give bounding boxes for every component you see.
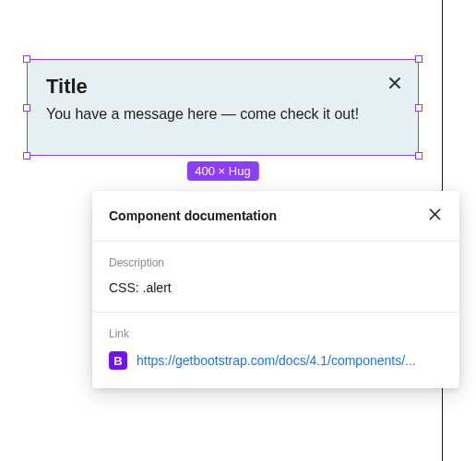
link-row: B https://getbootstrap.com/docs/4.1/comp…	[109, 351, 443, 370]
alert-message: You have a message here — come check it …	[46, 104, 399, 124]
alert-title: Title	[46, 75, 399, 99]
panel-header: Component documentation	[92, 191, 459, 242]
link-label: Link	[109, 327, 443, 340]
link-section: Link B https://getbootstrap.com/docs/4.1…	[92, 313, 459, 388]
close-icon	[428, 207, 442, 225]
close-icon	[387, 76, 402, 90]
description-section: Description CSS: .alert	[92, 242, 459, 313]
component-documentation-panel: Component documentation Description CSS:…	[92, 191, 459, 388]
panel-title: Component documentation	[109, 208, 277, 223]
alert-close-button[interactable]	[385, 73, 405, 93]
bootstrap-favicon-icon: B	[109, 351, 127, 370]
description-label: Description	[109, 256, 443, 269]
panel-close-button[interactable]	[426, 207, 443, 224]
alert-component[interactable]: Title You have a message here — come che…	[27, 59, 419, 156]
description-value: CSS: .alert	[109, 280, 443, 295]
documentation-link[interactable]: https://getbootstrap.com/docs/4.1/compon…	[137, 353, 443, 368]
selected-component[interactable]: Title You have a message here — come che…	[27, 59, 419, 156]
dimensions-badge: 400 × Hug	[186, 161, 258, 181]
